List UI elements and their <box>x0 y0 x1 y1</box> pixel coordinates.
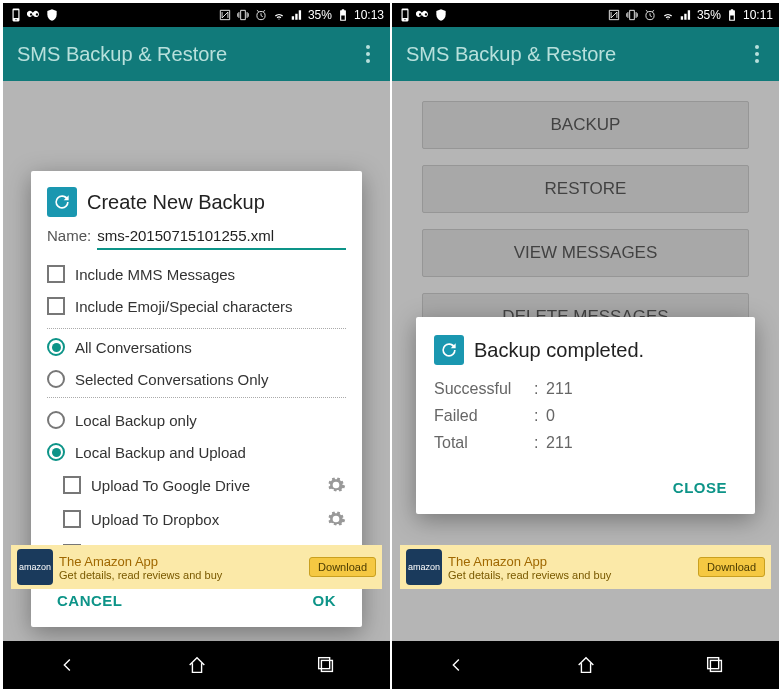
nfc-icon <box>607 8 621 22</box>
ad-banner[interactable]: amazon The Amazon AppGet details, read r… <box>11 545 382 589</box>
amazon-logo-icon: amazon <box>406 549 442 585</box>
close-button[interactable]: CLOSE <box>663 471 737 504</box>
checkbox-icon <box>47 265 65 283</box>
dialog-title: Backup completed. <box>474 339 644 362</box>
infinity-icon <box>27 8 41 22</box>
ad-title: The Amazon App <box>59 554 303 569</box>
svg-rect-1 <box>321 660 332 671</box>
app-bar: SMS Backup & Restore <box>3 27 390 81</box>
battery-icon <box>725 8 739 22</box>
backup-completed-dialog: Backup completed. Successful:211 Failed:… <box>416 317 755 514</box>
app-logo-icon <box>434 335 464 365</box>
vibrate-icon <box>236 8 250 22</box>
phone-left: 35% 10:13 SMS Backup & Restore Create Ne… <box>3 3 390 689</box>
status-bar: 35% 10:13 <box>3 3 390 27</box>
navigation-bar <box>392 641 779 689</box>
backup-stats: Successful:211 Failed:0 Total:211 <box>434 375 737 457</box>
infinity-icon <box>416 8 430 22</box>
checkbox-icon <box>47 297 65 315</box>
checkbox-icon <box>63 476 81 494</box>
overflow-menu-button[interactable] <box>360 39 376 69</box>
phone-icon <box>9 8 23 22</box>
battery-text: 35% <box>697 8 721 22</box>
wifi-icon <box>661 8 675 22</box>
battery-text: 35% <box>308 8 332 22</box>
ad-download-button[interactable]: Download <box>698 557 765 577</box>
nav-home-button[interactable] <box>167 645 227 685</box>
radio-icon <box>47 443 65 461</box>
amazon-logo-icon: amazon <box>17 549 53 585</box>
radio-icon <box>47 411 65 429</box>
wifi-icon <box>272 8 286 22</box>
content-area: BACKUP RESTORE VIEW MESSAGES DELETE MESS… <box>392 81 779 641</box>
clock-text: 10:13 <box>354 8 384 22</box>
nav-back-button[interactable] <box>38 645 98 685</box>
option-include-mms[interactable]: Include MMS Messages <box>47 258 346 290</box>
app-logo-icon <box>47 187 77 217</box>
alarm-icon <box>643 8 657 22</box>
battery-icon <box>336 8 350 22</box>
navigation-bar <box>3 641 390 689</box>
gear-icon[interactable] <box>326 509 346 529</box>
alarm-icon <box>254 8 268 22</box>
nav-recent-button[interactable] <box>296 645 356 685</box>
stat-failed: 0 <box>546 402 555 429</box>
ad-subtitle: Get details, read reviews and buy <box>448 569 692 581</box>
option-all-conversations[interactable]: All Conversations <box>47 331 346 363</box>
status-bar: 35% 10:11 <box>392 3 779 27</box>
svg-rect-5 <box>707 658 718 669</box>
clock-text: 10:11 <box>743 8 773 22</box>
shield-icon <box>45 8 59 22</box>
ad-download-button[interactable]: Download <box>309 557 376 577</box>
name-input[interactable]: sms-20150715101255.xml <box>97 227 346 250</box>
phone-right: 35% 10:11 SMS Backup & Restore BACKUP RE… <box>392 3 779 689</box>
checkbox-icon <box>63 510 81 528</box>
option-upload-gdrive[interactable]: Upload To Google Drive <box>47 468 346 502</box>
content-area: Create New Backup Name: sms-201507151012… <box>3 81 390 641</box>
shield-icon <box>434 8 448 22</box>
overflow-menu-button[interactable] <box>749 39 765 69</box>
ad-banner[interactable]: amazon The Amazon AppGet details, read r… <box>400 545 771 589</box>
signal-icon <box>290 8 304 22</box>
stat-successful: 211 <box>546 375 573 402</box>
stat-total: 211 <box>546 429 573 456</box>
svg-rect-2 <box>318 658 329 669</box>
gear-icon[interactable] <box>326 475 346 495</box>
phone-icon <box>398 8 412 22</box>
svg-rect-4 <box>710 660 721 671</box>
nav-home-button[interactable] <box>556 645 616 685</box>
option-local-only[interactable]: Local Backup only <box>47 404 346 436</box>
app-bar: SMS Backup & Restore <box>392 27 779 81</box>
app-title: SMS Backup & Restore <box>17 43 360 66</box>
nfc-icon <box>218 8 232 22</box>
nav-recent-button[interactable] <box>685 645 745 685</box>
app-title: SMS Backup & Restore <box>406 43 749 66</box>
nav-back-button[interactable] <box>427 645 487 685</box>
option-selected-conversations[interactable]: Selected Conversations Only <box>47 363 346 395</box>
signal-icon <box>679 8 693 22</box>
radio-icon <box>47 338 65 356</box>
option-include-emoji[interactable]: Include Emoji/Special characters <box>47 290 346 322</box>
option-upload-dropbox[interactable]: Upload To Dropbox <box>47 502 346 536</box>
option-local-and-upload[interactable]: Local Backup and Upload <box>47 436 346 468</box>
ad-title: The Amazon App <box>448 554 692 569</box>
vibrate-icon <box>625 8 639 22</box>
ad-subtitle: Get details, read reviews and buy <box>59 569 303 581</box>
dialog-title: Create New Backup <box>87 191 265 214</box>
name-label: Name: <box>47 227 91 244</box>
radio-icon <box>47 370 65 388</box>
